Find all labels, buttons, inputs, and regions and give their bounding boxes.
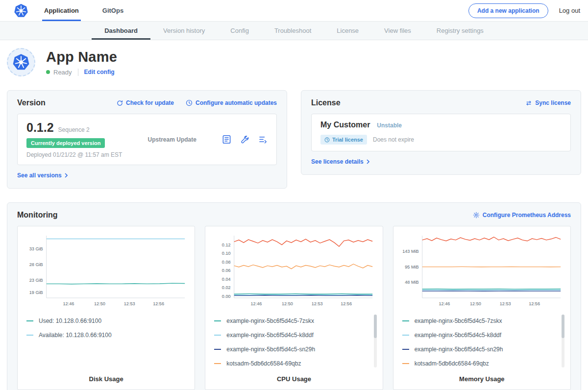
svg-text:12:53: 12:53 xyxy=(312,301,323,306)
app-name-title: App Name xyxy=(46,49,117,65)
svg-text:12:53: 12:53 xyxy=(499,301,511,306)
disk-usage-chart: 33 GiB28 GiB23 GiB19 GiB12:4612:5012:531… xyxy=(24,232,189,309)
cpu-usage-panel: 0.120.100.080.060.040.020.0012:4612:5012… xyxy=(205,226,383,390)
svg-text:0.12: 0.12 xyxy=(222,243,231,247)
legend-scrollbar[interactable] xyxy=(374,315,377,367)
chart-title: CPU Usage xyxy=(211,370,376,383)
svg-text:12:50: 12:50 xyxy=(282,301,293,306)
cpu-usage-chart: 0.120.100.080.060.040.020.0012:4612:5012… xyxy=(211,232,376,309)
legend-label: example-nginx-5bc6f5d4c5-7zskx xyxy=(226,317,314,324)
monitoring-card: Monitoring Configure Prometheus Address … xyxy=(7,202,581,390)
deployed-timestamp: Deployed 01/21/22 @ 11:57 am EST xyxy=(26,151,122,158)
series-color-swatch xyxy=(26,335,33,336)
svg-text:12:56: 12:56 xyxy=(341,301,352,306)
legend-label: example-nginx-5bc6f5d4c5-k8ddf xyxy=(415,332,501,339)
series-color-swatch xyxy=(402,363,409,364)
release-notes-button[interactable] xyxy=(222,135,231,144)
license-summary-box: My Customer Unstable Trial license Does … xyxy=(311,114,571,151)
memory-usage-legend: example-nginx-5bc6f5d4c5-7zskxexample-ng… xyxy=(402,314,557,370)
scrollbar-thumb[interactable] xyxy=(562,315,564,338)
scrollbar-thumb[interactable] xyxy=(374,315,377,338)
svg-text:28 GiB: 28 GiB xyxy=(29,262,43,267)
app-status-text: Ready xyxy=(53,69,78,76)
series-color-swatch xyxy=(214,363,221,364)
kubernetes-logo-icon xyxy=(14,3,28,18)
version-card: Version Check for update Configure autom… xyxy=(7,90,287,189)
svg-text:12:56: 12:56 xyxy=(153,301,164,306)
subnav-item-troubleshoot[interactable]: Troubleshoot xyxy=(262,22,324,40)
chart-canvas: 143 MiB95 MiB48 MiB12:4612:5012:5312:56 xyxy=(399,232,564,309)
config-tool-button[interactable] xyxy=(240,135,249,144)
subnav-item-version-history[interactable]: Version history xyxy=(150,22,218,40)
tab-application[interactable]: Application xyxy=(42,0,81,21)
legend-item: example-nginx-5bc6f5d4c5-7zskx xyxy=(214,314,368,328)
svg-text:0.02: 0.02 xyxy=(222,285,231,290)
add-new-application-button[interactable]: Add a new application xyxy=(468,3,548,18)
chart-title: Memory Usage xyxy=(399,370,564,383)
edit-config-link[interactable]: Edit config xyxy=(84,69,115,75)
configure-automatic-updates-link[interactable]: Configure automatic updates xyxy=(186,99,277,106)
svg-text:12:46: 12:46 xyxy=(439,301,450,306)
series-color-swatch xyxy=(402,320,409,321)
subnav-item-view-files[interactable]: View files xyxy=(371,22,424,40)
series-color-swatch xyxy=(214,335,221,336)
view-diff-button[interactable] xyxy=(258,135,268,144)
legend-label: example-nginx-5bc6f5d4c5-k8ddf xyxy=(226,332,313,339)
svg-text:48 MiB: 48 MiB xyxy=(405,280,418,285)
series-color-swatch xyxy=(402,349,409,350)
svg-text:12:53: 12:53 xyxy=(124,301,135,306)
subnav-item-dashboard[interactable]: Dashboard xyxy=(92,22,150,40)
svg-text:23 GiB: 23 GiB xyxy=(29,278,43,283)
svg-text:33 GiB: 33 GiB xyxy=(29,246,43,251)
legend-item: kotsadm-5db6dc6584-69qbz xyxy=(402,356,557,370)
svg-text:0.10: 0.10 xyxy=(222,251,231,256)
legend-scrollbar[interactable] xyxy=(562,315,564,367)
svg-text:0.08: 0.08 xyxy=(222,260,231,265)
legend-item: example-nginx-5bc6f5d4c5-k8ddf xyxy=(214,328,368,342)
svg-text:12:50: 12:50 xyxy=(94,301,105,306)
see-all-versions-link[interactable]: See all versions xyxy=(17,172,68,179)
memory-usage-panel: 143 MiB95 MiB48 MiB12:4612:5012:5312:56 … xyxy=(393,226,571,390)
wrench-icon xyxy=(240,135,249,144)
series-color-swatch xyxy=(214,349,221,350)
app-subnav: Dashboard Version history Config Trouble… xyxy=(0,22,588,40)
svg-text:12:46: 12:46 xyxy=(63,301,74,306)
tab-gitops[interactable]: GitOps xyxy=(100,0,125,21)
svg-text:95 MiB: 95 MiB xyxy=(405,265,418,269)
configure-prometheus-link[interactable]: Configure Prometheus Address xyxy=(473,212,571,219)
chart-title: Disk Usage xyxy=(24,370,189,383)
legend-label: example-nginx-5bc6f5d4c5-sn29h xyxy=(226,346,315,353)
legend-item: example-nginx-5bc6f5d4c5-sn29h xyxy=(402,342,557,356)
trial-clock-icon xyxy=(324,137,330,143)
legend-label: kotsadm-5db6dc6584-69qbz xyxy=(226,360,301,367)
cpu-usage-legend: example-nginx-5bc6f5d4c5-7zskxexample-ng… xyxy=(214,314,368,370)
clock-icon xyxy=(186,99,193,106)
license-card: License Sync license My Customer Unstabl… xyxy=(301,90,581,175)
chevron-right-icon xyxy=(65,173,68,178)
ready-status-dot xyxy=(46,70,50,74)
sync-license-link[interactable]: Sync license xyxy=(525,99,571,106)
svg-text:0.04: 0.04 xyxy=(222,277,231,282)
legend-label: kotsadm-5db6dc6584-69qbz xyxy=(415,360,489,367)
svg-text:12:46: 12:46 xyxy=(251,301,262,306)
logout-link[interactable]: Log out xyxy=(559,7,580,14)
legend-item: example-nginx-5bc6f5d4c5-7zskx xyxy=(402,314,557,328)
memory-usage-chart: 143 MiB95 MiB48 MiB12:4612:5012:5312:56 xyxy=(399,232,564,309)
legend-label: example-nginx-5bc6f5d4c5-7zskx xyxy=(415,317,502,324)
channel-label: Unstable xyxy=(377,122,402,129)
see-license-details-link[interactable]: See license details xyxy=(311,158,369,165)
check-for-update-link[interactable]: Check for update xyxy=(117,99,174,106)
upstream-update-label: Upstream Update xyxy=(148,136,196,143)
sequence-label: Sequence 2 xyxy=(58,126,90,133)
subnav-item-registry-settings[interactable]: Registry settings xyxy=(424,22,496,40)
current-version-box: 0.1.2 Sequence 2 Currently deployed vers… xyxy=(17,114,277,165)
subnav-item-config[interactable]: Config xyxy=(218,22,262,40)
subnav-item-license[interactable]: License xyxy=(324,22,371,40)
svg-text:12:56: 12:56 xyxy=(529,301,540,306)
legend-label: Used: 10.128.0.66:9100 xyxy=(39,317,101,324)
monitoring-title: Monitoring xyxy=(17,211,58,219)
app-header: App Name Ready Edit config xyxy=(0,40,588,86)
series-color-swatch xyxy=(402,335,409,336)
legend-item: example-nginx-5bc6f5d4c5-sn29h xyxy=(214,342,368,356)
disk-usage-legend: Used: 10.128.0.66:9100Available: 10.128.… xyxy=(26,314,181,342)
